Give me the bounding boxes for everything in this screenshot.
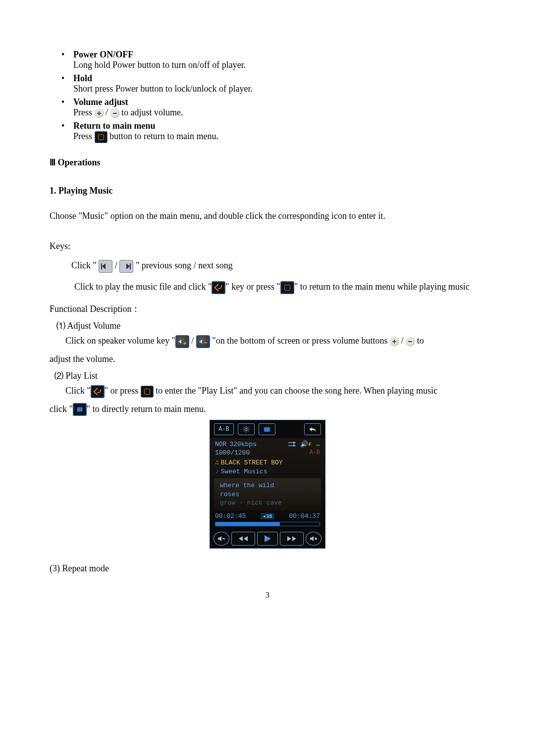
player-bottom-controls: [210, 529, 325, 548]
player-screenshot: A-B NOR 320kbps 🔊ғ ▬ 1000/1200 A−B ♫BLA: [210, 420, 325, 549]
bullet-power-desc: Long hold Power button to turn on/off of…: [73, 60, 246, 70]
speaker-volume-down-icon: [196, 335, 210, 348]
keys-row1-prefix: Click ": [71, 260, 99, 270]
bullet-return-suffix: button to return to main menu.: [109, 131, 218, 141]
page-number: 3: [50, 591, 485, 600]
player-body: NOR 320kbps 🔊ғ ▬ 1000/1200 A−B ♫BLACK ST…: [210, 438, 325, 529]
back-key-icon: [212, 281, 225, 294]
bullet-return-prefix: Press: [73, 131, 95, 141]
player-back-button[interactable]: [304, 423, 321, 435]
keys-row1-sep: /: [115, 260, 120, 270]
bullet-volume-title: Volume adjust: [73, 97, 128, 107]
section-3-heading: Ⅲ Operations: [50, 157, 485, 168]
lyric-line-2: roses: [220, 490, 315, 499]
lyric-line-3: grow - nick cave: [220, 499, 315, 507]
previous-icon: [238, 535, 249, 542]
playing-music-intro: Choose "Music" option on the main menu, …: [50, 211, 485, 221]
bullet-volume: Volume adjust Press / to adjust volume.: [50, 97, 485, 118]
adjust-volume-wrap: adjust the volume.: [50, 352, 485, 366]
subsection-playing-music: 1. Playing Music: [50, 186, 485, 196]
volume-up-icon: [95, 109, 104, 118]
note-icon: ♫: [215, 459, 219, 466]
menu-key-icon: [280, 281, 294, 294]
bullet-hold-desc: Short press Power button to lock/unlock …: [73, 84, 253, 94]
keys-row2-a: Click to play the music file and click ": [74, 282, 212, 292]
speaker-small-icon: 🔊ғ: [300, 440, 312, 448]
next-icon: [286, 535, 297, 542]
pl-b: " or press: [105, 386, 141, 396]
svg-line-5: [244, 427, 245, 428]
menu-icon-2: [141, 386, 154, 398]
adj-vol-sep: /: [189, 336, 196, 346]
player-play-button[interactable]: [257, 532, 278, 546]
adj-vol-c: /: [399, 336, 406, 346]
player-bitrate: 320kbps: [229, 441, 257, 448]
play-list-body: Click "" or press to enter the "Play Lis…: [65, 384, 485, 398]
bullet-return-title: Return to main menu: [73, 121, 156, 131]
repeat-mode-title: (3) Repeat mode: [50, 563, 485, 574]
bullet-power: Power ON/OFF Long hold Power button to t…: [50, 50, 485, 70]
svg-line-7: [244, 431, 245, 432]
bullet-hold-title: Hold: [73, 73, 92, 83]
next-song-icon: [119, 260, 133, 273]
adj-vol-b: "on the bottom of screen or press volume…: [210, 336, 390, 346]
bullet-power-title: Power ON/OFF: [73, 50, 133, 59]
bullet-volume-prefix: Press: [73, 107, 95, 117]
pl-c: to enter the "Play List" and you can cho…: [154, 386, 437, 396]
play-list-title: ⑵ Play List: [54, 370, 485, 382]
play-list-body-2: click "" to directly return to main menu…: [50, 402, 485, 416]
volume-down-icon: [110, 109, 119, 118]
play-icon: [263, 535, 272, 543]
player-nor-label: NOR: [215, 441, 226, 448]
bullet-volume-suffix: to adjust volume.: [121, 107, 183, 117]
adjust-volume-body: Click on speaker volume key " / "on the …: [65, 334, 485, 348]
keys-row2-c: " to return to the main menu while playi…: [294, 282, 470, 292]
bullet-volume-sep: /: [106, 107, 110, 117]
player-total: 00:04:37: [289, 512, 320, 520]
player-volume-indicator: ◂36: [261, 513, 274, 519]
player-next-button[interactable]: [280, 532, 304, 546]
player-vol-down-button[interactable]: [214, 532, 229, 546]
document-page: Power ON/OFF Long hold Power button to t…: [0, 0, 535, 619]
note-icon-2: ♪: [215, 468, 219, 475]
back-icon-2: [91, 385, 105, 398]
speaker-volume-up-icon: [175, 335, 189, 348]
player-track-title: ♫BLACK STREET BOY: [215, 459, 320, 466]
keys-return-row: Click to play the music file and click "…: [74, 280, 485, 294]
battery-icon: ▬: [316, 441, 320, 448]
gear-icon: [243, 426, 250, 433]
player-settings-button[interactable]: [238, 423, 255, 435]
pl-e: " to directly return to main menu.: [87, 404, 206, 414]
back-arrow-icon: [309, 426, 317, 433]
player-ab-button[interactable]: A-B: [214, 423, 234, 435]
player-lyrics-box: where the wild roses grow - nick cave: [214, 478, 321, 510]
player-elapsed: 00:02:45: [215, 512, 246, 520]
keys-prev-next-row: Click " / " previous song / next song: [71, 258, 485, 273]
pl-d: click ": [50, 404, 73, 414]
player-time-row: 00:02:45 ◂36 00:04:37: [215, 512, 320, 520]
player-lyrics-button[interactable]: [259, 423, 275, 435]
adjust-volume-title: ⑴ Adjust Volume: [56, 320, 485, 332]
lyric-line-1: where the wild: [220, 481, 315, 490]
bullet-return: Return to main menu Press button to retu…: [50, 121, 485, 143]
speaker-minus-icon: [217, 535, 225, 542]
adj-vol-d: to: [415, 336, 424, 346]
menu-button-icon: [95, 131, 107, 143]
bullet-hold: Hold Short press Power button to lock/un…: [50, 73, 485, 94]
svg-point-0: [245, 428, 248, 431]
keys-row1-suffix: " previous song / next song: [136, 260, 233, 270]
keys-row2-b: " key or press ": [225, 282, 280, 292]
player-vol-up-button[interactable]: [306, 532, 321, 546]
shuffle-icon: [288, 442, 296, 447]
adj-vol-a: Click on speaker volume key ": [65, 336, 175, 346]
svg-line-6: [248, 431, 249, 432]
speaker-plus-icon: [310, 535, 318, 542]
svg-line-8: [248, 427, 249, 428]
volume-down-button-icon: [406, 337, 415, 346]
player-progress-bar[interactable]: [215, 522, 320, 526]
player-prev-button[interactable]: [231, 532, 255, 546]
player-track-sub: ♪Sweet Musics: [215, 468, 320, 475]
pl-a: Click ": [65, 386, 91, 396]
player-top-bar: A-B: [210, 420, 325, 438]
volume-up-button-icon: [390, 337, 399, 346]
